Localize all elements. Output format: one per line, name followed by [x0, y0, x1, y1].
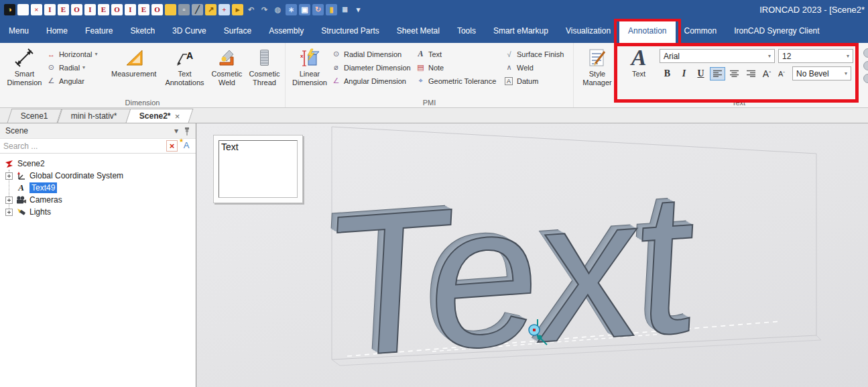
shrink-font-button[interactable]: Aˇ: [775, 67, 788, 80]
refresh-icon[interactable]: ↻: [312, 4, 324, 15]
export-folder-icon[interactable]: ↗: [205, 4, 216, 15]
diameter-dimension-button[interactable]: ⌀ Diameter Dimension: [331, 62, 416, 72]
linear-dimension-button[interactable]: x Linear Dimension: [288, 44, 331, 87]
text-annotations-button[interactable]: A Text Annotations: [161, 44, 208, 87]
menu-tab-3d-curve[interactable]: 3D Curve: [164, 19, 215, 43]
search-highlight-button[interactable]: ★ A: [180, 140, 192, 152]
expand-icon[interactable]: [5, 172, 13, 180]
undo-icon[interactable]: ↶: [245, 4, 257, 15]
menu-tab-feature[interactable]: Feature: [76, 19, 121, 43]
bevel-select[interactable]: No Bevel ▾: [792, 66, 851, 80]
document-i-icon[interactable]: I: [44, 4, 56, 15]
grow-font-button[interactable]: Aˆ: [760, 67, 773, 80]
document-close-icon[interactable]: ×: [31, 4, 42, 15]
radial-dimension-button[interactable]: ⊙ Radial▾: [46, 62, 107, 72]
weld-button[interactable]: ∧ Weld: [504, 62, 568, 72]
menu-tab-home[interactable]: Home: [38, 19, 76, 43]
ribbon-text-button[interactable]: A Text: [623, 44, 654, 78]
font-family-select[interactable]: Arial ▾: [660, 49, 775, 63]
align-center-button[interactable]: [727, 67, 742, 80]
menu-tab-common[interactable]: Common: [676, 19, 726, 43]
cylinder-icon[interactable]: ▮: [326, 4, 337, 15]
menu-tab-visualization[interactable]: Visualization: [557, 19, 619, 43]
note-button[interactable]: ▤ Note: [416, 62, 504, 72]
tree-item-lights[interactable]: Lights: [0, 206, 196, 218]
text-edit-input[interactable]: Text: [219, 140, 298, 198]
doc-tab-scene1[interactable]: Scene1: [7, 109, 62, 123]
italic-button[interactable]: I: [676, 67, 692, 80]
save-icon[interactable]: ▫: [178, 4, 190, 15]
menu-tab-sheet-metal[interactable]: Sheet Metal: [388, 19, 448, 43]
menu-tab-assembly[interactable]: Assembly: [260, 19, 312, 43]
menu-tab-structured-parts[interactable]: Structured Parts: [312, 19, 388, 43]
document-e-icon[interactable]: E: [138, 4, 149, 15]
cosmetic-weld-button[interactable]: Cosmetic Weld: [208, 44, 245, 87]
insert-part-icon[interactable]: +: [219, 4, 230, 15]
chevron-down-icon[interactable]: ▾: [174, 126, 178, 135]
model-3d-text[interactable]: Text: [324, 160, 698, 387]
align-center-icon: [730, 70, 739, 77]
underline-button[interactable]: U: [693, 67, 708, 80]
search-input[interactable]: Search ...: [3, 142, 164, 151]
open-folder-icon[interactable]: [165, 4, 176, 15]
document-o-icon[interactable]: O: [71, 4, 82, 15]
pmi-group-label: PMI: [286, 99, 573, 107]
tree-item-global-coordinate-system[interactable]: Global Coordinate System: [0, 170, 196, 182]
cosmetic-thread-button[interactable]: Cosmetic Thread: [245, 44, 284, 87]
align-left-button[interactable]: [710, 67, 725, 80]
document-e-icon[interactable]: E: [58, 4, 69, 15]
surface-finish-button[interactable]: √ Surface Finish: [504, 49, 568, 59]
document-i-icon[interactable]: I: [84, 4, 96, 15]
catalog-folder-icon[interactable]: ▸: [232, 4, 243, 15]
save-edit-icon[interactable]: ╱: [192, 4, 203, 15]
list-options-icon[interactable]: ≣: [339, 4, 351, 15]
doc-tab-mini-h-stativ[interactable]: mini h-stativ*: [57, 109, 131, 123]
menu-tab-surface[interactable]: Surface: [215, 19, 260, 43]
globe-icon[interactable]: ◍: [272, 4, 284, 15]
window-layout-icon[interactable]: ▣: [299, 4, 310, 15]
font-size-select[interactable]: 12 ▾: [778, 49, 853, 63]
pmi-text-button[interactable]: A Text: [416, 49, 504, 59]
expand-icon[interactable]: [5, 209, 13, 216]
search-clear-button[interactable]: ×: [166, 140, 178, 152]
menu-tab-ironcad-synergy-client[interactable]: IronCAD Synergy Client: [725, 19, 828, 43]
tree-item-cameras[interactable]: Cameras: [0, 194, 196, 206]
svg-text:x: x: [300, 53, 304, 59]
expand-icon[interactable]: [5, 197, 13, 204]
close-icon[interactable]: ×: [175, 111, 180, 121]
bold-button[interactable]: B: [660, 67, 675, 80]
surface-finish-icon: √: [504, 50, 514, 58]
sketch-mode-icon[interactable]: ∗: [286, 4, 297, 15]
menu-tab-menu[interactable]: Menu: [0, 19, 38, 43]
angular-dimension-pmi-button[interactable]: ∠ Angular Dimension: [331, 76, 416, 86]
angular-dimension-button[interactable]: ∠ Angular: [46, 76, 107, 86]
align-right-button[interactable]: [743, 67, 759, 80]
pin-icon[interactable]: [184, 127, 190, 135]
tree-item-scene2[interactable]: Scene2: [0, 158, 196, 170]
style-manager-button[interactable]: Style Manager: [576, 44, 618, 87]
new-document-icon[interactable]: [17, 4, 29, 15]
menu-tab-sketch[interactable]: Sketch: [121, 19, 164, 43]
tree-item-text49[interactable]: A Text49: [0, 182, 196, 194]
toolbar-overflow-icon[interactable]: ▾: [353, 4, 364, 15]
highlight-a-icon: A: [184, 140, 190, 150]
viewport-3d[interactable]: Text Text: [196, 123, 868, 387]
radial-dimension-pmi-button[interactable]: ⊙ Radial Dimension: [331, 49, 416, 59]
quick-access-toolbar: ◑×IEOIEOIEO▫╱↗+▸↶↷◍∗▣↻▮≣▾: [4, 4, 364, 15]
menu-tab-annotation[interactable]: Annotation: [619, 19, 675, 43]
document-i-icon[interactable]: I: [125, 4, 136, 15]
menu-tab-smart-emarkup[interactable]: Smart eMarkup: [485, 19, 557, 43]
document-o-icon[interactable]: O: [151, 4, 163, 15]
measurement-button[interactable]: Measurement: [107, 44, 161, 78]
text-edit-box[interactable]: Text: [213, 135, 303, 203]
horizontal-dimension-button[interactable]: ↔ Horizontal▾: [46, 49, 107, 59]
document-e-icon[interactable]: E: [98, 4, 109, 15]
smart-dimension-button[interactable]: Smart Dimension: [3, 44, 46, 87]
doc-tab-scene2[interactable]: Scene2* ×: [126, 109, 194, 123]
ironcad-logo[interactable]: ◑: [4, 4, 15, 15]
redo-icon[interactable]: ↷: [259, 4, 270, 15]
document-o-icon[interactable]: O: [111, 4, 123, 15]
geometric-tolerance-button[interactable]: ⌖ Geometric Tolerance: [416, 76, 504, 86]
datum-button[interactable]: A Datum: [504, 76, 568, 86]
menu-tab-tools[interactable]: Tools: [448, 19, 485, 43]
